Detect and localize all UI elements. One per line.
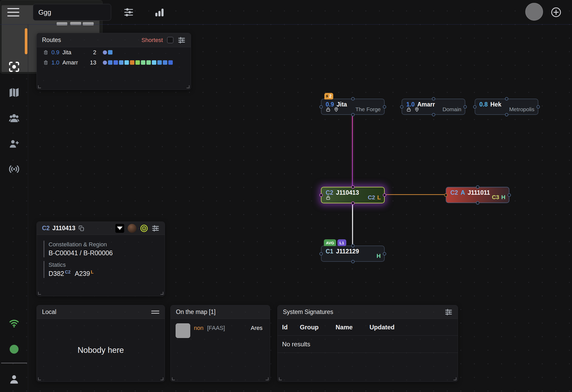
- resize-handle[interactable]: [160, 377, 163, 380]
- wifi-status-icon: [0, 315, 28, 331]
- resize-handle[interactable]: [454, 377, 456, 380]
- statics-value: D382C2A239L: [49, 270, 165, 277]
- constellation-region-value: B-C00041 / B-R00006: [49, 249, 165, 257]
- shortest-checkbox[interactable]: [167, 37, 174, 43]
- map-node-j112129[interactable]: AVG L1 C1J112129 H: [321, 246, 385, 262]
- section-label: Statics: [49, 262, 165, 268]
- sidebar-item-broadcast[interactable]: [0, 161, 28, 177]
- connection-handle[interactable]: [400, 105, 403, 109]
- intel-rings-icon[interactable]: [140, 224, 148, 233]
- route-system-swatches[interactable]: [103, 50, 112, 55]
- connection-handle[interactable]: [505, 113, 508, 116]
- filter-sliders-icon[interactable]: [122, 6, 135, 19]
- column-header-id[interactable]: Id: [282, 324, 300, 331]
- local-empty-text: Nobody here: [37, 319, 165, 382]
- resize-handle[interactable]: [266, 377, 269, 380]
- connection-handle[interactable]: [383, 105, 386, 109]
- user-avatar[interactable]: [525, 3, 543, 21]
- connection-handle[interactable]: [351, 201, 355, 205]
- connection-handle[interactable]: [505, 97, 508, 100]
- lock-icon: [326, 195, 331, 200]
- wormhole-connection-jita: [352, 115, 353, 187]
- resize-handle[interactable]: [38, 292, 41, 295]
- location-pin-icon: [334, 107, 339, 112]
- route-row-jita[interactable]: 0.9 Jita 2: [37, 47, 191, 57]
- route-system-swatches[interactable]: [103, 60, 173, 65]
- statics-section: Statics D382C2A239L: [44, 261, 165, 278]
- connection-handle[interactable]: [508, 193, 511, 197]
- lock-icon: [406, 107, 411, 112]
- menu-icon[interactable]: [7, 7, 19, 17]
- resize-handle[interactable]: [38, 85, 41, 88]
- sidebar-divider: [1, 363, 27, 363]
- delete-route-icon[interactable]: [43, 60, 49, 66]
- sidebar-item-add-person[interactable]: [0, 136, 28, 152]
- constellation-region-section: Constellation & Region B-C00041 / B-R000…: [44, 241, 165, 257]
- lock-icon: [326, 107, 331, 112]
- connection-handle[interactable]: [319, 252, 323, 256]
- connection-handle[interactable]: [383, 252, 386, 256]
- pilot-name[interactable]: non: [194, 325, 204, 331]
- resize-handle[interactable]: [187, 85, 189, 88]
- route-destination[interactable]: Jita: [62, 49, 85, 56]
- local-title: Local: [42, 308, 56, 316]
- sidebar-item-people[interactable]: [0, 110, 28, 127]
- section-label: Constellation & Region: [49, 241, 165, 248]
- system-name-label: J110413: [52, 225, 75, 232]
- connection-handle[interactable]: [463, 105, 467, 109]
- dscan-icon[interactable]: [115, 224, 124, 233]
- connection-handle[interactable]: [473, 105, 476, 109]
- column-header-name[interactable]: Name: [336, 324, 370, 331]
- location-pin-icon: [414, 107, 419, 112]
- bar-chart-icon[interactable]: [153, 6, 166, 19]
- pilot-avatar[interactable]: [176, 323, 190, 338]
- statics-labels: H: [377, 253, 381, 259]
- connection-handle[interactable]: [432, 113, 435, 116]
- connection-handle[interactable]: [537, 105, 540, 109]
- connection-handle[interactable]: [319, 193, 323, 197]
- on-the-map-panel: On the map [1] non [FAAS] Ares: [170, 305, 270, 382]
- resize-handle[interactable]: [279, 377, 282, 380]
- connection-handle[interactable]: [432, 97, 435, 100]
- connection-handle[interactable]: [351, 185, 355, 189]
- signatures-empty-text: No results: [278, 336, 458, 353]
- local-menu-icon[interactable]: [151, 310, 159, 315]
- sidebar-item-focus-scan[interactable]: [0, 58, 28, 75]
- pilot-row[interactable]: non [FAAS] Ares: [171, 319, 270, 338]
- copy-icon[interactable]: [78, 225, 85, 232]
- map-node-j110413-selected[interactable]: C2J110413 C2L: [321, 187, 385, 203]
- connection-handle[interactable]: [351, 260, 355, 263]
- map-name-input[interactable]: [33, 4, 111, 21]
- signatures-column-headers: Id Group Name Updated: [278, 319, 458, 336]
- delete-route-icon[interactable]: [43, 50, 49, 55]
- portrait-avatar[interactable]: [128, 224, 136, 233]
- connection-handle[interactable]: [383, 193, 386, 197]
- connection-handle[interactable]: [351, 113, 355, 116]
- route-origin-security: 0.9: [51, 49, 61, 56]
- route-destination[interactable]: Amarr: [62, 59, 85, 66]
- sidebar-item-profile[interactable]: [0, 371, 28, 388]
- map-node-amarr[interactable]: 1.0Amarr Domain: [402, 99, 465, 115]
- active-tab-indicator: [25, 28, 27, 54]
- resize-handle[interactable]: [172, 377, 175, 380]
- system-settings-icon[interactable]: [152, 224, 159, 232]
- map-node-hek[interactable]: 0.8Hek Metropolis: [475, 99, 538, 115]
- connection-handle[interactable]: [319, 105, 323, 109]
- resize-handle[interactable]: [38, 377, 41, 380]
- route-row-amarr[interactable]: 1.0 Amarr 13: [37, 57, 191, 68]
- connection-handle[interactable]: [476, 201, 479, 205]
- routes-settings-icon[interactable]: [178, 36, 186, 44]
- map-node-j111011[interactable]: C2AJ111011 C3H: [446, 187, 509, 203]
- connection-handle[interactable]: [444, 193, 448, 197]
- column-header-updated[interactable]: Updated: [370, 324, 458, 331]
- signatures-settings-icon[interactable]: [445, 308, 452, 316]
- map-node-jita[interactable]: 2 0.9Jita The Forge: [321, 99, 385, 115]
- sidebar-item-map[interactable]: [0, 84, 28, 101]
- resize-handle[interactable]: [160, 292, 163, 295]
- plus-icon[interactable]: [550, 6, 563, 19]
- connection-handle[interactable]: [351, 244, 355, 247]
- on-the-map-title: On the map [1]: [176, 308, 216, 316]
- connection-handle[interactable]: [351, 97, 355, 100]
- connection-handle[interactable]: [476, 185, 479, 189]
- column-header-group[interactable]: Group: [300, 324, 336, 331]
